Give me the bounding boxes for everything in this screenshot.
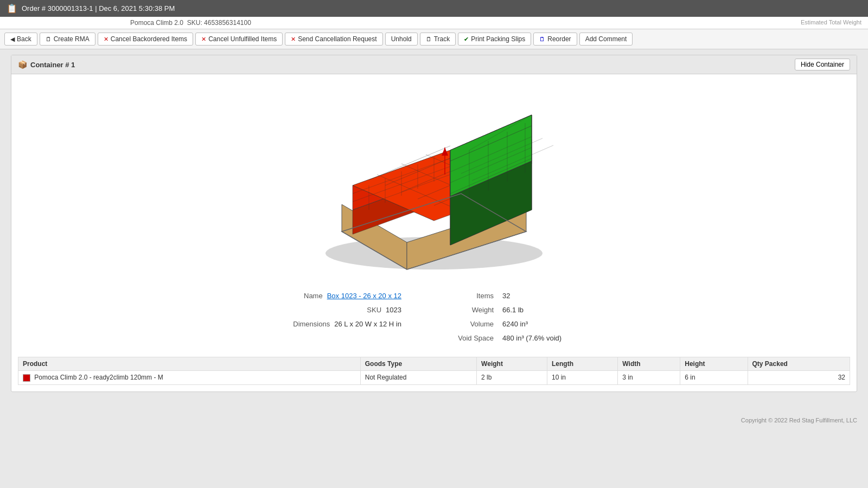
length-cell: 10 in xyxy=(547,371,617,385)
col-width: Width xyxy=(618,357,680,371)
product-cell: Pomoca Climb 2.0 - ready2climb 120mm - M xyxy=(18,371,361,385)
send-cancellation-button[interactable]: ✕ Send Cancellation Request xyxy=(285,33,382,46)
unhold-button[interactable]: Unhold xyxy=(385,33,418,46)
estimated-label: Estimated Total Weight xyxy=(801,19,861,25)
cancel-backordered-button[interactable]: ✕ Cancel Backordered Items xyxy=(98,33,193,46)
items-table: Product Goods Type Weight Length Width H… xyxy=(18,357,850,385)
container-box-icon: 📦 xyxy=(18,60,27,69)
void-space-detail: Void Space 480 in³ (7.6% void) xyxy=(445,332,561,344)
page-title: Order # 3000001313-1 | Dec 6, 2021 5:30:… xyxy=(22,4,175,12)
sku-label: SKU: xyxy=(187,19,202,27)
col-weight: Weight xyxy=(477,357,547,371)
items-table-container: Product Goods Type Weight Length Width H… xyxy=(11,350,857,391)
table-header-row: Product Goods Type Weight Length Width H… xyxy=(18,357,850,371)
sku-value: 4653856314100 xyxy=(204,19,251,27)
product-name-cell: Pomoca Climb 2.0 - ready2climb 120mm - M xyxy=(34,374,163,381)
col-product: Product xyxy=(18,357,361,371)
height-cell: 6 in xyxy=(680,371,748,385)
cancel-unfulfilled-icon: ✕ xyxy=(201,36,206,43)
weight-cell: 2 lb xyxy=(477,371,547,385)
check-icon: ✔ xyxy=(464,36,469,43)
footer: Copyright © 2022 Red Stag Fulfillment, L… xyxy=(0,412,868,429)
sku-detail: SKU 1023 xyxy=(338,304,401,316)
cancel-back-icon: ✕ xyxy=(104,36,108,43)
reorder-icon: 🗒 xyxy=(539,36,545,42)
col-goods-type: Goods Type xyxy=(360,357,476,371)
back-icon: ◀ xyxy=(10,36,15,43)
product-color-red xyxy=(23,374,30,382)
add-comment-button[interactable]: Add Comment xyxy=(579,33,633,46)
create-rma-button[interactable]: 🗒 Create RMA xyxy=(40,33,95,46)
col-height: Height xyxy=(680,357,748,371)
print-packing-button[interactable]: ✔ Print Packing Slips xyxy=(458,33,531,46)
header-bar: 📋 Order # 3000001313-1 | Dec 6, 2021 5:3… xyxy=(0,0,868,17)
reorder-button[interactable]: 🗒 Reorder xyxy=(533,33,577,46)
copyright-text: Copyright © 2022 Red Stag Fulfillment, L… xyxy=(741,417,857,423)
col-qty-packed: Qty Packed xyxy=(748,357,850,371)
container-visualization xyxy=(298,85,570,275)
width-cell: 3 in xyxy=(618,371,680,385)
order-icon: 📋 xyxy=(7,3,17,14)
dimensions-detail: Dimensions 26 L x 20 W x 12 H in xyxy=(286,318,401,330)
container-header: 📦 Container # 1 Hide Container xyxy=(11,55,857,74)
container-title: 📦 Container # 1 xyxy=(18,60,75,69)
back-button[interactable]: ◀ Back xyxy=(4,33,37,46)
send-cancel-icon: ✕ xyxy=(291,36,296,43)
main-content: 📦 Container # 1 Hide Container xyxy=(0,49,868,412)
product-info-bar: Pomoca Climb 2.0 SKU: 4653856314100 Esti… xyxy=(0,17,868,29)
items-detail: Items 32 xyxy=(445,290,510,301)
name-detail: Name Box 1023 - 26 x 20 x 12 xyxy=(279,290,401,301)
weight-detail: Weight 66.1 lb xyxy=(445,304,524,316)
hide-container-button[interactable]: Hide Container xyxy=(795,59,850,70)
col-length: Length xyxy=(547,357,617,371)
table-row: Pomoca Climb 2.0 - ready2climb 120mm - M… xyxy=(18,371,850,385)
rma-icon: 🗒 xyxy=(46,36,52,42)
track-button[interactable]: 🗒 Track xyxy=(420,33,456,46)
product-name: Pomoca Climb 2.0 xyxy=(130,19,183,27)
toolbar: ◀ Back 🗒 Create RMA ✕ Cancel Backordered… xyxy=(0,29,868,49)
goods-type-cell: Not Regulated xyxy=(360,371,476,385)
container-details: Name Box 1023 - 26 x 20 x 12 SKU 1023 Di… xyxy=(11,286,857,350)
viz-area xyxy=(11,74,857,286)
track-icon: 🗒 xyxy=(426,36,432,42)
volume-detail: Volume 6240 in³ xyxy=(445,318,528,330)
container-section: 📦 Container # 1 Hide Container xyxy=(11,55,857,392)
qty-packed-cell: 32 xyxy=(748,371,850,385)
cancel-unfulfilled-button[interactable]: ✕ Cancel Unfulfilled Items xyxy=(195,33,283,46)
